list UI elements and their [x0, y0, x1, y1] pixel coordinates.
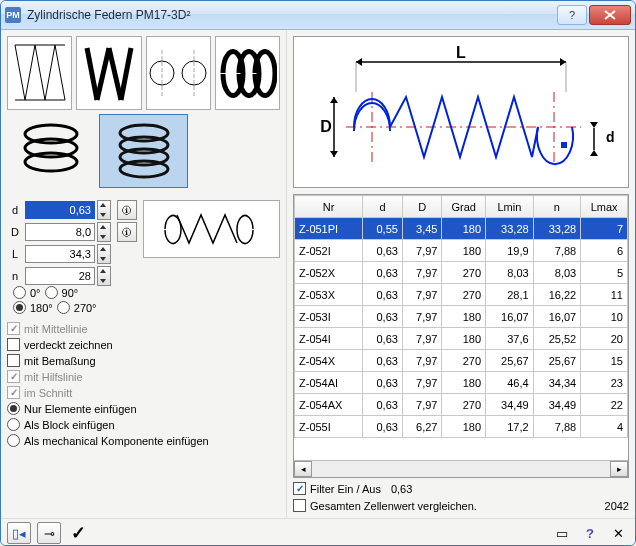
pin-button[interactable]: ⊸ — [37, 522, 61, 544]
spring-preview-tension-outline[interactable] — [146, 36, 211, 110]
h-scrollbar[interactable]: ◂ ▸ — [294, 460, 628, 477]
table-row[interactable]: Z-053I0,637,9718016,0716,0710 — [295, 306, 628, 328]
param-D-spinner[interactable] — [97, 222, 111, 242]
help-button[interactable]: ? — [557, 5, 587, 25]
cell: Z-052X — [295, 262, 363, 284]
param-n-input[interactable] — [25, 267, 95, 285]
cell: 8,03 — [533, 262, 581, 284]
cell: 33,28 — [486, 218, 534, 240]
filter-label: Filter Ein / Aus — [310, 483, 381, 495]
table-row[interactable]: Z-054I0,637,9718037,625,5220 — [295, 328, 628, 350]
info-button-2[interactable]: 🛈 — [117, 222, 137, 242]
svg-text:L: L — [456, 44, 466, 61]
col-Lmax[interactable]: Lmax — [581, 196, 628, 218]
opt-schnitt-label: im Schnitt — [24, 387, 72, 399]
opt-hilfslinie[interactable]: ✓mit Hilfslinie — [7, 370, 280, 383]
table-row[interactable]: Z-055I0,636,2718017,27,884 — [295, 416, 628, 438]
table-row[interactable]: Z-051PI0,553,4518033,2833,287 — [295, 218, 628, 240]
cell: 7,97 — [402, 284, 442, 306]
cell: 270 — [442, 262, 486, 284]
param-n-spinner[interactable] — [97, 266, 111, 286]
filter-toggle[interactable]: ✓Filter Ein / Aus — [293, 482, 381, 495]
cell: 16,22 — [533, 284, 581, 306]
param-L-spinner[interactable] — [97, 244, 111, 264]
param-D-input[interactable] — [25, 223, 95, 241]
cell: 10 — [581, 306, 628, 328]
angle-180-radio[interactable]: 180° — [13, 301, 53, 314]
close-button[interactable] — [589, 5, 631, 25]
compare-toggle[interactable]: Gesamten Zellenwert vergleichen. — [293, 499, 477, 512]
cell: 180 — [442, 218, 486, 240]
angle-radios: 0° 90° 180° 270° — [13, 286, 280, 316]
table-row[interactable]: Z-054X0,637,9727025,6725,6715 — [295, 350, 628, 372]
opt-bemassung[interactable]: mit Bemaßung — [7, 354, 280, 367]
panel-toggle-button[interactable]: ▯◂ — [7, 522, 31, 544]
svg-text:d: d — [606, 129, 615, 145]
angle-0-radio[interactable]: 0° — [13, 286, 41, 299]
settings-icon[interactable]: ▭ — [551, 523, 573, 543]
cell: 4 — [581, 416, 628, 438]
spring-preview-3d-1[interactable] — [7, 114, 95, 186]
opt-schnitt[interactable]: ✓im Schnitt — [7, 386, 280, 399]
table-row[interactable]: Z-052X0,637,972708,038,035 — [295, 262, 628, 284]
cell: 17,2 — [486, 416, 534, 438]
cell: 270 — [442, 350, 486, 372]
cell: 6 — [581, 240, 628, 262]
opt-verdeckt[interactable]: verdeckt zeichnen — [7, 338, 280, 351]
titlebar: PM Zylindrische Federn PM17-3D² ? — [1, 1, 635, 30]
param-L-label: L — [7, 248, 23, 260]
param-L-input[interactable] — [25, 245, 95, 263]
spring-preview-tension-solid[interactable] — [215, 36, 280, 110]
angle-90-radio[interactable]: 90° — [45, 286, 79, 299]
cell: Z-055I — [295, 416, 363, 438]
cell: 0,63 — [363, 350, 403, 372]
col-Lmin[interactable]: Lmin — [486, 196, 534, 218]
cell: 15 — [581, 350, 628, 372]
info-button-1[interactable]: 🛈 — [117, 200, 137, 220]
exit-icon[interactable]: ✕ — [607, 523, 629, 543]
cell: 20 — [581, 328, 628, 350]
cell: 180 — [442, 306, 486, 328]
cell: Z-052I — [295, 240, 363, 262]
cell: 0,63 — [363, 394, 403, 416]
col-Grad[interactable]: Grad — [442, 196, 486, 218]
opt-hilfslinie-label: mit Hilfslinie — [24, 371, 83, 383]
confirm-button[interactable]: ✓ — [67, 523, 89, 543]
opt-elemente-radio[interactable]: Nur Elemente einfügen — [7, 402, 280, 415]
col-n[interactable]: n — [533, 196, 581, 218]
opt-block-radio[interactable]: Als Block einfügen — [7, 418, 280, 431]
opt-mittellinie[interactable]: ✓mit Mittellinie — [7, 322, 280, 335]
right-panel: L D d — [286, 30, 635, 518]
spring-preview-compression-solid[interactable] — [76, 36, 141, 110]
app-window: PM Zylindrische Federn PM17-3D² ? — [0, 0, 636, 546]
spring-preview-compression-outline[interactable] — [7, 36, 72, 110]
table-row[interactable]: Z-053X0,637,9727028,116,2211 — [295, 284, 628, 306]
table-row[interactable]: Z-054AI0,637,9718046,434,3423 — [295, 372, 628, 394]
opt-mittellinie-label: mit Mittellinie — [24, 323, 88, 335]
cell: 180 — [442, 372, 486, 394]
cell: 180 — [442, 328, 486, 350]
svg-point-10 — [120, 161, 168, 177]
svg-rect-22 — [561, 142, 567, 148]
table-row[interactable]: Z-054AX0,637,9727034,4934,4922 — [295, 394, 628, 416]
compare-label: Gesamten Zellenwert vergleichen. — [310, 500, 477, 512]
param-n-label: n — [7, 270, 23, 282]
angle-270-radio[interactable]: 270° — [57, 301, 97, 314]
cell: 25,67 — [533, 350, 581, 372]
param-d-spinner[interactable] — [97, 200, 111, 220]
scroll-right-arrow[interactable]: ▸ — [610, 461, 628, 477]
col-D[interactable]: D — [402, 196, 442, 218]
help-icon[interactable]: ? — [579, 523, 601, 543]
cell: 0,63 — [363, 328, 403, 350]
param-d-input[interactable] — [25, 201, 95, 219]
col-d[interactable]: d — [363, 196, 403, 218]
scroll-left-arrow[interactable]: ◂ — [294, 461, 312, 477]
cell: 16,07 — [533, 306, 581, 328]
angle-0-label: 0° — [30, 287, 41, 299]
opt-mech-radio[interactable]: Als mechanical Komponente einfügen — [7, 434, 280, 447]
opt-elemente-label: Nur Elemente einfügen — [24, 403, 137, 415]
cell: 7,88 — [533, 416, 581, 438]
table-row[interactable]: Z-052I0,637,9718019,97,886 — [295, 240, 628, 262]
col-Nr[interactable]: Nr — [295, 196, 363, 218]
spring-preview-3d-2-selected[interactable] — [99, 114, 189, 188]
